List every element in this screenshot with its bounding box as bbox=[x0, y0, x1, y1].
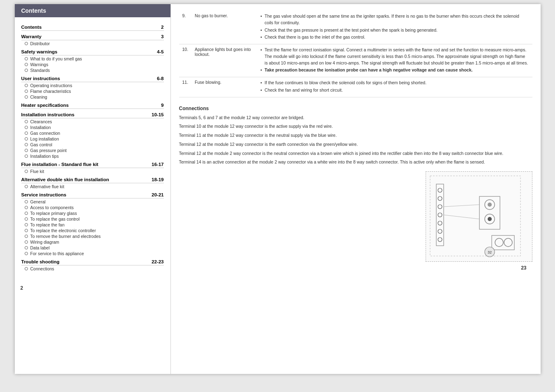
circle-bullet-icon bbox=[25, 154, 28, 158]
trouble-solutions: Test the flame for correct ionisation si… bbox=[257, 44, 532, 77]
toc-sub-item[interactable]: Access to components bbox=[25, 205, 164, 210]
toc-sub-item[interactable]: Operating instructions bbox=[25, 83, 164, 88]
connections-paragraph: Terminal 14 is an active connection at t… bbox=[179, 159, 532, 166]
toc-section: Warranty3Distributor bbox=[21, 34, 164, 46]
connections-title: Connections bbox=[179, 106, 532, 111]
toc-main-item[interactable]: User instructions6-8 bbox=[21, 76, 164, 82]
toc-sub-item[interactable]: What to do if you smell gas bbox=[25, 56, 164, 61]
toc-sub-label: Warnings bbox=[30, 62, 48, 67]
toc-sub-item[interactable]: To replace primary glass bbox=[25, 211, 164, 216]
toc-main-item[interactable]: Contents2 bbox=[21, 25, 164, 31]
svg-point-2 bbox=[438, 188, 442, 192]
toc-section: User instructions6-8Operating instructio… bbox=[21, 76, 164, 99]
toc-sub-item[interactable]: Installation tips bbox=[25, 154, 164, 159]
toc-sub-item[interactable]: For service to this appliance bbox=[25, 251, 164, 256]
toc-main-label: Warranty bbox=[21, 34, 41, 39]
toc-sub-item[interactable]: Data label bbox=[25, 245, 164, 250]
trouble-num: 9. bbox=[179, 11, 192, 44]
toc-sub-item[interactable]: Distributor bbox=[25, 41, 164, 46]
toc-sub-item[interactable]: To replace the fan bbox=[25, 222, 164, 227]
circle-bullet-icon bbox=[25, 217, 28, 221]
svg-line-19 bbox=[444, 205, 479, 207]
left-column: Contents Contents2Warranty3DistributorSa… bbox=[15, 4, 171, 374]
toc-sub-item[interactable]: Alternative flue kit bbox=[25, 184, 164, 189]
trouble-problem: Fuse blowing. bbox=[191, 77, 257, 97]
toc-sub-label: To replace the fan bbox=[30, 222, 64, 227]
toc-sub-item[interactable]: To replace the electronic controller bbox=[25, 228, 164, 233]
toc-main-item[interactable]: Service instructions20-21 bbox=[21, 192, 164, 198]
toc-page-num: 4-5 bbox=[157, 49, 164, 54]
circle-bullet-icon bbox=[25, 206, 28, 209]
connections-paragraph: Terminal 12 at the module 12 way connect… bbox=[179, 141, 532, 148]
svg-point-16 bbox=[504, 238, 512, 247]
circle-bullet-icon bbox=[25, 235, 28, 238]
toc-sub-item[interactable]: Standards bbox=[25, 68, 164, 73]
toc-sub-item[interactable]: Cleaning bbox=[25, 95, 164, 99]
toc-sub-item[interactable]: To remove the burner and electrodes bbox=[25, 234, 164, 239]
svg-point-13 bbox=[488, 217, 492, 221]
toc-main-label: Heater specifications bbox=[21, 103, 69, 108]
circle-bullet-icon bbox=[25, 229, 28, 232]
circle-bullet-icon bbox=[25, 252, 28, 255]
toc-sub-item[interactable]: Warnings bbox=[25, 62, 164, 67]
toc-sub-item[interactable]: Connections bbox=[25, 266, 164, 271]
svg-text:32: 32 bbox=[487, 250, 491, 254]
toc-sub-label: To replace the electronic controller bbox=[30, 228, 96, 233]
toc-sub-label: Access to components bbox=[30, 205, 74, 210]
toc-main-item[interactable]: Alternative double skin flue installatio… bbox=[21, 177, 164, 183]
trouble-solution-item: Test the flame for correct ionisation si… bbox=[260, 47, 529, 66]
circle-bullet-icon bbox=[25, 63, 28, 66]
toc-sub-item[interactable]: Gas connection bbox=[25, 131, 164, 136]
toc-sub-label: To replace primary glass bbox=[30, 211, 77, 216]
toc-main-item[interactable]: Heater specifications9 bbox=[21, 103, 164, 109]
page-number-left: 2 bbox=[15, 282, 170, 294]
toc-page-num: 6-8 bbox=[157, 76, 164, 81]
toc-sub-label: Log installation bbox=[30, 136, 59, 141]
toc-main-item[interactable]: Installation instructions10-15 bbox=[21, 112, 164, 118]
connections-paragraph: Terminal 12 at the module 2 way connecto… bbox=[179, 150, 532, 157]
toc-sub-item[interactable]: Log installation bbox=[25, 136, 164, 141]
circle-bullet-icon bbox=[25, 120, 28, 123]
circle-bullet-icon bbox=[25, 42, 28, 45]
toc-main-label: Flue installation - Standard flue kit bbox=[21, 162, 99, 167]
circle-bullet-icon bbox=[25, 240, 28, 244]
toc-sub-item[interactable]: Flue kit bbox=[25, 169, 164, 174]
toc-main-item[interactable]: Warranty3 bbox=[21, 34, 164, 40]
toc-sub-item[interactable]: Flame characteristics bbox=[25, 89, 164, 94]
toc-sub-item[interactable]: Clearances bbox=[25, 119, 164, 124]
toc-sub-item[interactable]: To replace the gas control bbox=[25, 217, 164, 221]
circle-bullet-icon bbox=[25, 131, 28, 135]
toc-sub-label: Data label bbox=[30, 245, 50, 250]
trouble-solution-item: If the fuse continues to blow check the … bbox=[260, 80, 529, 86]
svg-rect-1 bbox=[436, 184, 444, 246]
contents-body: Contents2Warranty3DistributorSafety warn… bbox=[15, 17, 170, 282]
right-column: 9.No gas to burner.The gas valve should … bbox=[171, 4, 541, 374]
toc-sub-item[interactable]: Wiring diagram bbox=[25, 240, 164, 244]
toc-section: Service instructions20-21GeneralAccess t… bbox=[21, 192, 164, 256]
toc-sub-item[interactable]: General bbox=[25, 199, 164, 204]
toc-page-num: 16-17 bbox=[152, 162, 164, 167]
circle-bullet-icon bbox=[25, 149, 28, 152]
page-number-right: 23 bbox=[179, 262, 532, 274]
toc-section: Contents2 bbox=[21, 25, 164, 31]
trouble-solution-item: Check that there is gas to the inlet of … bbox=[260, 34, 529, 41]
circle-bullet-icon bbox=[25, 69, 28, 72]
toc-main-item[interactable]: Trouble shooting22-23 bbox=[21, 259, 164, 265]
trouble-num: 10. bbox=[179, 44, 192, 77]
toc-section: Flue installation - Standard flue kit16-… bbox=[21, 162, 164, 174]
trouble-solution-item: Take precaution because the ionisation p… bbox=[260, 67, 529, 74]
toc-sub-item[interactable]: Gas pressure point bbox=[25, 148, 164, 153]
toc-sub-item[interactable]: Installation bbox=[25, 125, 164, 130]
toc-sub-item[interactable]: Gas control bbox=[25, 142, 164, 147]
trouble-problem: No gas to burner. bbox=[191, 11, 257, 44]
trouble-shooting-table: 9.No gas to burner.The gas valve should … bbox=[179, 11, 532, 97]
circle-bullet-icon bbox=[25, 143, 28, 146]
toc-sub-label: Gas pressure point bbox=[30, 148, 67, 153]
trouble-solution-item: Check that the gas pressure is present a… bbox=[260, 27, 529, 34]
toc-page-num: 18-19 bbox=[152, 177, 164, 182]
toc-main-label: Service instructions bbox=[21, 192, 67, 197]
toc-main-item[interactable]: Safety warnings4-5 bbox=[21, 49, 164, 55]
toc-main-item[interactable]: Flue installation - Standard flue kit16-… bbox=[21, 162, 164, 168]
toc-section: Alternative double skin flue installatio… bbox=[21, 177, 164, 189]
trouble-solution-item: The gas valve should open at the same ti… bbox=[260, 13, 529, 26]
